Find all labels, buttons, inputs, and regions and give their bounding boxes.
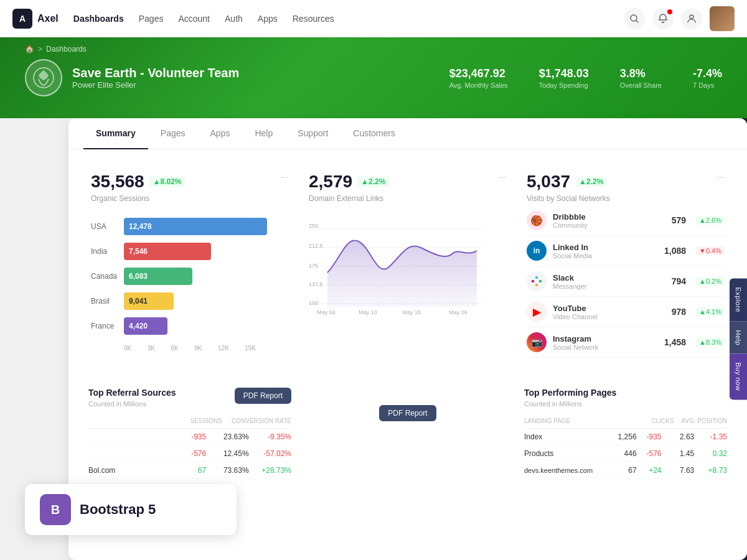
breadcrumb-current: Dashboards [46, 45, 87, 54]
stat-overall-share: 3.8% Overall Share [620, 67, 662, 89]
slack-sub: Messanger [553, 282, 665, 290]
topnav: A Axel Dashboards Pages Account Auth App… [0, 0, 747, 37]
tab-pages[interactable]: Pages [148, 118, 198, 149]
metric-label-3: Visits by Social Networks [527, 194, 610, 203]
social-row-slack: Slack Messanger 794 ▲0.2% [527, 266, 725, 297]
bootstrap-icon: B [40, 494, 71, 525]
top-pages-section: Top Performing Pages Counted in Millions… [517, 380, 735, 487]
metric-badge-2: ▲2.2% [357, 176, 389, 187]
bar-row-canada: Canada 6,083 [91, 268, 289, 285]
line-chart-svg: 250 212.5 175 137.5 100 [309, 210, 483, 316]
svg-text:May 04: May 04 [317, 309, 336, 315]
social-row-youtube: ▶ YouTube Video Channel 978 ▲4.1% [527, 297, 725, 327]
nav-apps[interactable]: Apps [258, 14, 278, 24]
metric-value-3: 5,037 [527, 172, 570, 192]
profile-logo [25, 59, 62, 96]
user-icon [687, 14, 697, 24]
page-products: Products [524, 449, 604, 458]
tab-apps[interactable]: Apps [198, 118, 243, 149]
header-banner: 🏠 > Dashboards Save Earth - Volunteer Te… [0, 37, 747, 118]
nav-account[interactable]: Account [178, 14, 210, 24]
breadcrumb: 🏠 > Dashboards [25, 45, 87, 54]
svg-rect-19 [539, 280, 542, 282]
center-pdf-button[interactable]: PDF Report [379, 405, 436, 421]
youtube-sub: Video Channel [553, 313, 665, 320]
svg-text:100: 100 [309, 300, 318, 306]
dribbble-icon: 🏀 [527, 210, 547, 230]
stat-label-spending: Today Spending [539, 82, 589, 89]
nav-auth[interactable]: Auth [225, 14, 243, 24]
linkedin-badge: ▼0.4% [696, 246, 725, 255]
user-menu-button[interactable] [681, 8, 702, 29]
notifications-button[interactable] [652, 8, 674, 29]
referral-title: Top Referral Sources [88, 388, 176, 398]
instagram-badge: ▲8.3% [696, 338, 725, 347]
referral-row-1: -935 23.63% -9.35% [88, 429, 291, 446]
explore-button[interactable]: Explore [730, 278, 747, 321]
top-pages-sub: Counted in Millions [524, 400, 616, 408]
logo-area[interactable]: A Axel [12, 9, 59, 29]
youtube-name: YouTube [553, 304, 665, 313]
buy-now-button[interactable]: Buy now [730, 354, 747, 400]
svg-text:137.5: 137.5 [309, 281, 323, 287]
metric-menu-3[interactable]: ··· [716, 172, 725, 183]
page-devs: devs.keenthemes.com [524, 467, 604, 474]
bar-chart: USA 12,478 India 7,546 Canada 6,083 Br [91, 213, 289, 357]
tab-support[interactable]: Support [285, 118, 341, 149]
linkedin-sub: Social Media [553, 252, 658, 259]
dribbble-count: 579 [672, 215, 686, 225]
svg-text:May 26: May 26 [449, 309, 467, 315]
tab-help[interactable]: Help [242, 118, 285, 149]
linkedin-icon: in [527, 241, 547, 261]
nav-pages[interactable]: Pages [139, 14, 164, 24]
youtube-count: 978 [672, 307, 686, 317]
nav-dashboards[interactable]: Dashboards [73, 14, 124, 24]
social-row-instagram: 📷 Instagram Social Network 1,458 ▲8.3% [527, 327, 725, 358]
social-row-dribbble: 🏀 Dribbble Community 579 ▲2.6% [527, 205, 725, 236]
bar-row-india: India 7,546 [91, 243, 289, 260]
metric-social-networks: 5,037 ▲2.2% Visits by Social Networks ··… [517, 162, 735, 370]
col-landing: LANDING PAGE [524, 418, 621, 424]
bar-row-france: France 4,420 [91, 317, 289, 335]
metric-domain-links: 2,579 ▲2.2% Domain External Links ··· [299, 162, 517, 370]
dribbble-sub: Community [553, 222, 665, 229]
svg-point-1 [690, 15, 693, 19]
bar-axis: 0K 3K 6K 9K 12K 15K [91, 342, 289, 352]
nav-right [624, 6, 735, 31]
stat-value-share: 3.8% [620, 67, 662, 80]
youtube-icon: ▶ [527, 302, 547, 322]
social-list: 🏀 Dribbble Community 579 ▲2.6% in Link [527, 203, 725, 360]
stat-today-spending: $1,748.03 Today Spending [539, 67, 589, 89]
social-row-linkedin: in Linked In Social Media 1,088 ▼0.4% [527, 236, 725, 266]
stat-7days: -7.4% 7 Days [693, 67, 722, 89]
linkedin-count: 1,088 [664, 246, 686, 256]
svg-text:175: 175 [309, 263, 318, 269]
metric-value-2: 2,579 [309, 172, 352, 192]
metric-menu-1[interactable]: ··· [281, 172, 289, 183]
team-logo-icon [32, 67, 55, 89]
user-avatar[interactable] [710, 6, 735, 31]
referral-pdf-button[interactable]: PDF Report [235, 388, 291, 404]
referral-sub: Counted in Millions [88, 400, 176, 408]
svg-text:250: 250 [309, 223, 318, 229]
metric-menu-2[interactable]: ··· [499, 172, 507, 183]
instagram-sub: Social Network [553, 343, 658, 351]
bar-row-usa: USA 12,478 [91, 218, 289, 235]
metric-label-1: Organic Sessions [91, 194, 186, 203]
profile-section: Save Earth - Volunteer Team Power Elite … [25, 59, 239, 96]
help-side-button[interactable]: Help [730, 321, 747, 354]
search-button[interactable] [624, 8, 645, 29]
dribbble-name: Dribbble [553, 212, 665, 222]
nav-resources[interactable]: Resources [293, 14, 334, 24]
tab-customers[interactable]: Customers [341, 118, 408, 149]
svg-text:May 10: May 10 [359, 309, 377, 315]
referral-row-2: -576 12.45% -57.02% [88, 446, 291, 462]
stat-label-7days: 7 Days [693, 82, 722, 89]
metric-badge-3: ▲2.2% [575, 176, 607, 187]
instagram-icon: 📷 [527, 332, 547, 352]
referral-row-bolcom: Bol.com 67 73.63% +28.73% [88, 462, 291, 479]
metric-badge-1: ▲8.02% [149, 176, 186, 187]
tab-summary[interactable]: Summary [83, 118, 148, 149]
svg-text:May 18: May 18 [402, 309, 421, 315]
logo-icon: A [12, 9, 32, 29]
